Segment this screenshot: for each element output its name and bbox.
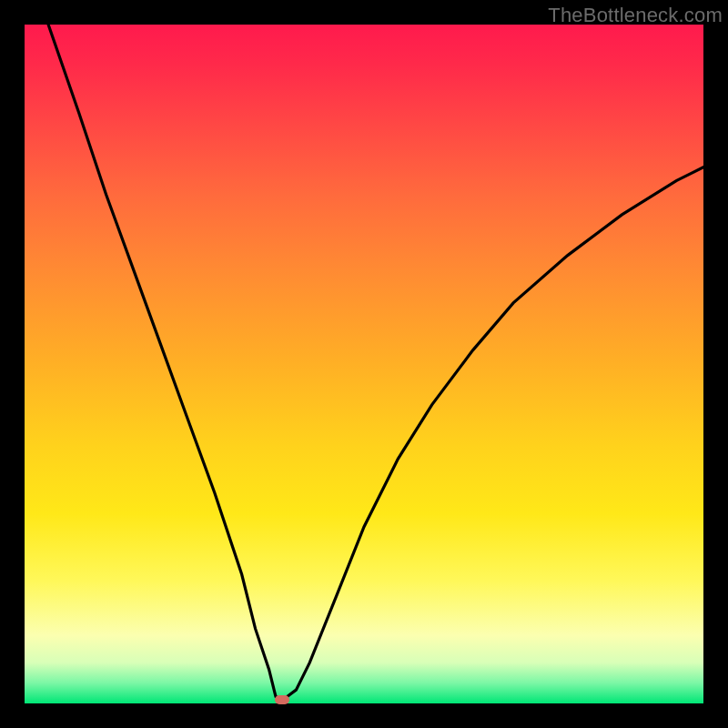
- min-point-marker: [275, 695, 289, 704]
- bottleneck-curve: [25, 25, 703, 703]
- chart-frame: TheBottleneck.com: [0, 0, 728, 728]
- plot-area: [25, 25, 703, 703]
- watermark-text: TheBottleneck.com: [548, 4, 723, 27]
- curve-path: [48, 25, 703, 700]
